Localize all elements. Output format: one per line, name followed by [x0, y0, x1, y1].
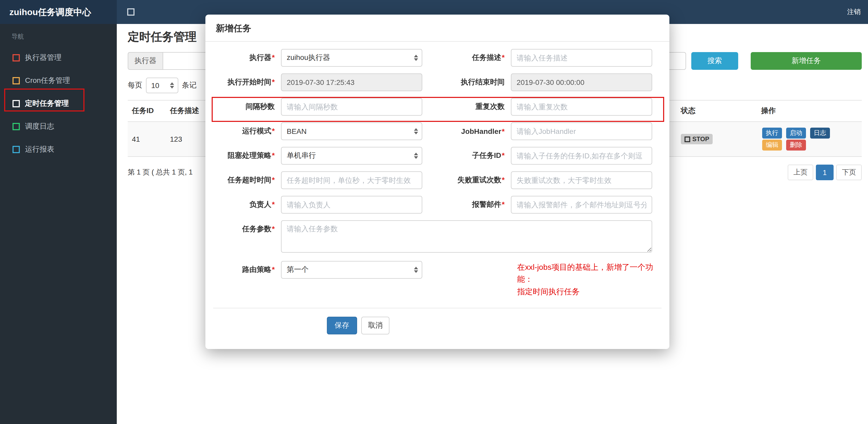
feature-note: 在xxl-jobs项目的基础上，新增了一个功能： 指定时间执行任务	[517, 261, 661, 297]
end-time-input[interactable]	[511, 73, 652, 91]
next-page-button[interactable]: 下页	[836, 165, 862, 180]
feature-note-line1: 在xxl-jobs项目的基础上，新增了一个功能：	[517, 261, 661, 285]
prev-page-button[interactable]: 上页	[788, 165, 813, 180]
form-row-executor-desc: 执行器* zuihou执行器 任务描述*	[213, 49, 661, 67]
start-time-label: 执行开始时间*	[213, 77, 281, 87]
form-row-timeout-retry: 任务超时时间* 失败重试次数*	[213, 171, 661, 189]
square-icon	[12, 146, 20, 153]
task-params-label: 任务参数*	[213, 220, 281, 234]
save-button[interactable]: 保存	[327, 317, 357, 334]
modal-body: 执行器* zuihou执行器 任务描述* 执行开始时间* 执行	[206, 42, 670, 349]
alarm-email-label: 报警邮件*	[422, 200, 511, 209]
owner-input[interactable]	[281, 196, 422, 214]
sidebar-nav-label: 导航	[0, 24, 117, 41]
sidebar-item-label: 执行器管理	[25, 53, 62, 63]
route-strategy-label: 路由策略*	[213, 261, 281, 274]
interval-label: 间隔秒数	[213, 102, 281, 111]
end-time-label: 执行结束时间	[422, 77, 511, 87]
block-strategy-select[interactable]: 单机串行	[281, 147, 422, 165]
page-size-suffix: 条记	[182, 81, 196, 90]
repeat-count-label: 重复次数	[422, 102, 511, 111]
square-icon	[12, 54, 20, 62]
edit-button[interactable]: 编辑	[762, 140, 782, 151]
chevron-up-down-icon	[170, 82, 174, 89]
column-header-status[interactable]: 状态	[677, 100, 757, 122]
logout-link[interactable]: 注销	[847, 7, 861, 17]
jobhandler-label: JobHandler*	[422, 127, 511, 135]
start-time-input[interactable]	[281, 73, 422, 91]
sidebar-item-cron-task-management[interactable]: Cron任务管理	[0, 69, 117, 92]
sidebar-item-label: 定时任务管理	[25, 99, 69, 108]
repeat-count-input[interactable]	[511, 98, 652, 116]
sidebar-item-run-report[interactable]: 运行报表	[0, 138, 117, 161]
timeout-input[interactable]	[281, 171, 422, 189]
form-row-start-end-time: 执行开始时间* 执行结束时间	[213, 73, 661, 91]
square-icon	[12, 100, 20, 107]
interval-input[interactable]	[281, 98, 422, 116]
retry-count-input[interactable]	[511, 171, 652, 189]
alarm-email-input[interactable]	[511, 196, 652, 214]
page-size-value: 10	[151, 81, 159, 90]
feature-note-line2: 指定时间执行任务	[517, 285, 661, 297]
sidebar: 导航 执行器管理 Cron任务管理 定时任务管理 调度日志 运行报表	[0, 24, 117, 424]
subtask-id-input[interactable]	[511, 147, 652, 165]
block-strategy-label: 阻塞处理策略*	[213, 151, 281, 160]
executor-select[interactable]: zuihou执行器	[281, 49, 422, 67]
sidebar-item-executor-management[interactable]: 执行器管理	[0, 46, 117, 69]
column-header-task-id[interactable]: 任务ID	[128, 100, 166, 122]
route-strategy-select-value: 第一个	[287, 265, 309, 274]
sidebar-item-label: 调度日志	[25, 122, 54, 131]
chevron-up-down-icon	[414, 55, 418, 61]
run-mode-select[interactable]: BEAN	[281, 122, 422, 140]
pager: 上页 1 下页	[788, 165, 862, 180]
square-icon	[12, 123, 20, 130]
form-row-block-strategy-subtask: 阻塞处理策略* 单机串行 子任务ID*	[213, 147, 661, 165]
task-desc-label: 任务描述*	[422, 53, 511, 63]
executor-filter-label: 执行器	[128, 52, 163, 70]
app-brand[interactable]: zuihou任务调度中心	[0, 0, 117, 24]
form-row-task-params: 任务参数*	[213, 220, 661, 253]
status-text: STOP	[692, 135, 709, 143]
cell-status: STOP	[677, 122, 757, 157]
subtask-id-label: 子任务ID*	[422, 151, 511, 160]
sidebar-menu: 执行器管理 Cron任务管理 定时任务管理 调度日志 运行报表	[0, 46, 117, 161]
add-task-modal: 新增任务 执行器* zuihou执行器 任务描述* 执行开始时间*	[206, 14, 670, 349]
delete-button[interactable]: 删除	[786, 140, 806, 151]
log-button[interactable]: 日志	[810, 128, 830, 138]
cell-task-id: 41	[128, 122, 166, 157]
chevron-up-down-icon	[414, 267, 418, 273]
task-params-textarea[interactable]	[281, 220, 652, 253]
status-badge: STOP	[681, 134, 713, 144]
sidebar-item-scheduled-task-management[interactable]: 定时任务管理	[0, 92, 117, 115]
app-root: zuihou任务调度中心 注销 导航 执行器管理 Cron任务管理 定时任务管理…	[0, 0, 868, 424]
square-icon	[12, 77, 20, 85]
sidebar-toggle-button[interactable]	[125, 6, 136, 18]
run-mode-label: 运行模式*	[213, 127, 281, 136]
chevron-up-down-icon	[414, 128, 418, 134]
modal-title: 新增任务	[216, 23, 659, 34]
route-strategy-select[interactable]: 第一个	[281, 261, 422, 279]
cell-actions: 执行 启动 日志 编辑 删除	[757, 122, 862, 157]
sidebar-item-dispatch-log[interactable]: 调度日志	[0, 115, 117, 138]
cancel-button[interactable]: 取消	[361, 317, 390, 334]
chevron-up-down-icon	[414, 153, 418, 159]
form-row-interval-repeat: 间隔秒数 重复次数	[213, 98, 661, 116]
run-mode-select-value: BEAN	[287, 127, 307, 135]
sidebar-item-label: 运行报表	[25, 145, 54, 154]
executor-select-value: zuihou执行器	[287, 53, 330, 63]
column-header-actions[interactable]: 操作	[757, 100, 862, 122]
timeout-label: 任务超时时间*	[213, 175, 281, 185]
pagination-info: 第 1 页 ( 总共 1 页, 1	[128, 168, 193, 177]
page-number-button[interactable]: 1	[816, 165, 834, 180]
owner-label: 负责人*	[213, 200, 281, 209]
add-task-button[interactable]: 新增任务	[751, 52, 862, 70]
run-button[interactable]: 执行	[762, 128, 782, 138]
jobhandler-input[interactable]	[511, 122, 652, 140]
executor-label: 执行器*	[213, 53, 281, 63]
start-button[interactable]: 启动	[786, 128, 806, 138]
retry-count-label: 失败重试次数*	[422, 175, 511, 185]
task-desc-input[interactable]	[511, 49, 652, 67]
page-size-select[interactable]: 10	[146, 77, 178, 93]
stop-square-icon	[684, 136, 690, 142]
search-button[interactable]: 搜索	[691, 52, 738, 70]
